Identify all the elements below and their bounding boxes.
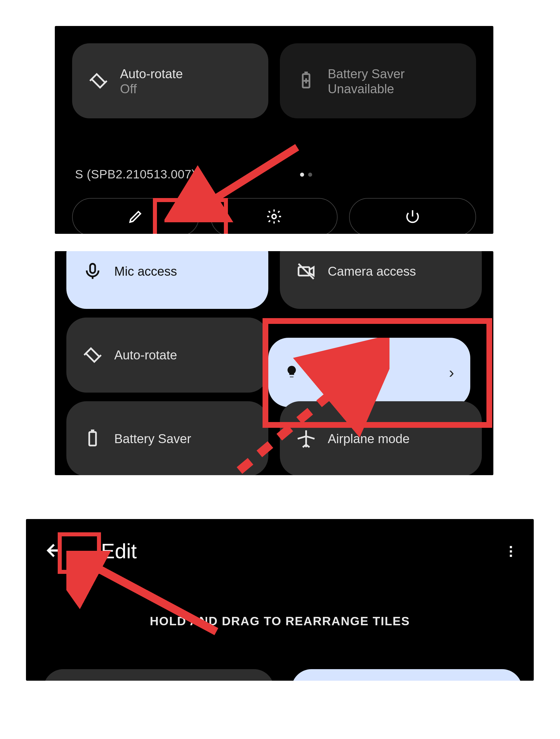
annotation-highlight-box — [262, 318, 492, 428]
qs-tile-subtitle: Off — [120, 82, 183, 96]
screenshot-edit-tiles-header: Edit ⫶ HOLD AND DRAG TO REARRANGE TILES — [26, 519, 534, 681]
battery-saver-icon — [82, 429, 103, 449]
battery-saver-icon — [296, 71, 316, 91]
settings-button[interactable] — [211, 198, 338, 234]
qs-row — [43, 669, 522, 681]
camera-off-icon — [296, 261, 316, 281]
qs-tile-text: Battery Saver Unavailable — [328, 66, 405, 96]
edit-header: Edit ⫶ — [26, 539, 534, 563]
annotation-highlight-box — [153, 198, 228, 234]
qs-tile-battery-saver[interactable]: Battery Saver — [66, 401, 268, 475]
page-dot-active — [300, 173, 304, 177]
svg-point-1 — [272, 214, 276, 219]
qs-row: Auto-rotate — [66, 317, 268, 393]
qs-tile-label: Mic access — [114, 264, 177, 279]
qs-tile-battery-saver[interactable]: Battery Saver Unavailable — [280, 43, 476, 118]
qs-footer-actions — [72, 198, 476, 234]
qs-tile-label: Auto-rotate — [114, 348, 177, 362]
qs-tile-label: Camera access — [328, 264, 416, 279]
qs-tile-title: Battery Saver — [328, 66, 405, 82]
mic-icon — [82, 261, 103, 281]
auto-rotate-icon — [82, 345, 103, 365]
qs-tile-title: Auto-rotate — [120, 66, 183, 82]
qs-tile-label: Airplane mode — [328, 432, 410, 446]
pencil-icon — [127, 208, 144, 226]
qs-tile-placeholder[interactable] — [292, 669, 522, 681]
more-options-button[interactable]: ⫶ — [507, 549, 517, 554]
page-title: Edit — [101, 539, 137, 563]
build-number-label: S (SPB2.210513.007) — [75, 167, 196, 181]
annotation-highlight-box — [58, 532, 101, 574]
screenshot-quick-settings-edit-drag: Mic access Camera access Auto-rotate › — [55, 251, 493, 475]
page-dot — [308, 173, 312, 177]
qs-tile-mic-access[interactable]: Mic access — [66, 251, 268, 309]
qs-tile-auto-rotate[interactable]: Auto-rotate Off — [72, 43, 268, 118]
svg-rect-5 — [89, 432, 96, 446]
gear-icon — [266, 208, 283, 226]
more-vert-icon: ⫶ — [507, 549, 517, 554]
power-button[interactable] — [349, 198, 476, 234]
qs-tile-placeholder[interactable] — [43, 669, 274, 681]
qs-tile-label: Battery Saver — [114, 432, 191, 446]
qs-tile-auto-rotate[interactable]: Auto-rotate — [66, 317, 268, 393]
qs-tile-subtitle: Unavailable — [328, 82, 405, 96]
qs-tiles-row: Auto-rotate Off Battery Saver Unavailabl… — [72, 43, 476, 118]
page-indicator — [300, 173, 312, 177]
power-icon — [404, 208, 421, 226]
airplane-icon — [296, 429, 316, 449]
edit-hint-label: HOLD AND DRAG TO REARRANGE TILES — [26, 614, 534, 628]
auto-rotate-icon — [88, 71, 109, 91]
svg-line-2 — [205, 147, 297, 205]
qs-tile-text: Auto-rotate Off — [120, 66, 183, 96]
qs-tile-camera-access[interactable]: Camera access — [280, 251, 482, 309]
screenshot-quick-settings-footer: Auto-rotate Off Battery Saver Unavailabl… — [55, 26, 493, 234]
svg-rect-3 — [90, 264, 95, 273]
qs-row: Mic access Camera access — [66, 251, 482, 309]
